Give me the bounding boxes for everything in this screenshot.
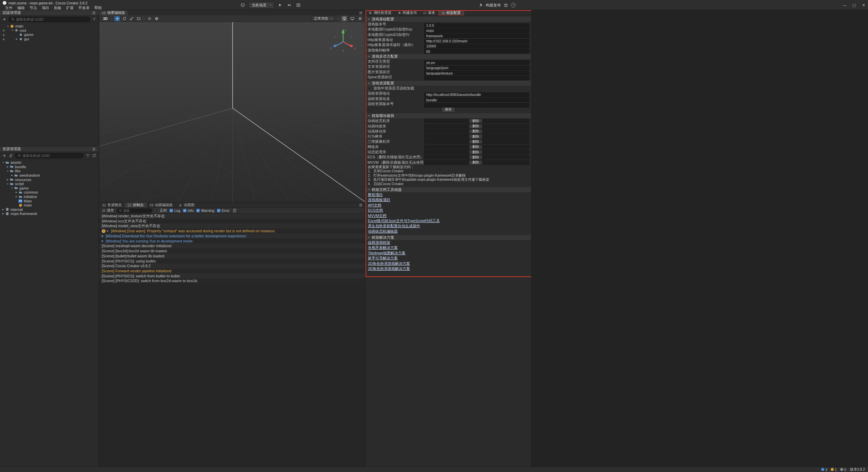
tree-row-seedrandom[interactable]: ▶seedrandom <box>0 173 99 178</box>
expand-icon[interactable]: ▶ <box>107 230 110 232</box>
doc-link-Excel格式转Json文件与TypeScript代码工具[interactable]: Excel格式转Json文件与TypeScript代码工具 <box>368 218 440 223</box>
tab-框架配置[interactable]: 框架配置 <box>438 10 464 15</box>
log-entry[interactable]: [Window] render_texture文件夹不存在 <box>99 214 365 219</box>
assets-search-input[interactable] <box>22 154 81 158</box>
arrow-down-icon[interactable]: ▼ <box>11 29 14 32</box>
log-entry[interactable]: [Scene] Forward render pipeline initiali… <box>99 269 365 274</box>
doc-link-API文档[interactable]: API文档 <box>368 203 381 208</box>
tree-row-oops-framework[interactable]: ▶oops-framework <box>0 212 99 216</box>
info-count[interactable]: 3 <box>821 468 827 472</box>
delete-button[interactable]: 删除 <box>469 150 482 154</box>
menu-item-开发者[interactable]: 开发者 <box>76 5 92 10</box>
delete-button[interactable]: 删除 <box>469 124 482 129</box>
tree-row-internal[interactable]: ▶internal <box>0 208 99 212</box>
mode-3d-button[interactable]: 3D <box>101 17 109 21</box>
section-header-游戏资源配置[interactable]: ▼游戏资源配置 <box>366 81 531 86</box>
console-search-input[interactable] <box>123 209 147 213</box>
warning-count[interactable]: 1 <box>831 468 837 472</box>
axis-gizmo-icon[interactable]: Y X Z <box>330 27 357 54</box>
delete-button[interactable]: 删除 <box>469 139 482 144</box>
panel-menu-icon[interactable] <box>92 147 96 152</box>
checkbox-Error[interactable]: ✓ <box>217 209 220 212</box>
arrow-right-icon[interactable]: ▶ <box>1 208 5 211</box>
arrow-right-icon[interactable]: ▶ <box>6 165 9 168</box>
arrow-down-icon[interactable]: ▼ <box>6 25 10 27</box>
hierarchy-search[interactable] <box>8 17 90 22</box>
filter-Log[interactable]: ✓Log <box>170 209 180 213</box>
console-search[interactable] <box>117 209 152 213</box>
doc-link-战棋游戏框架[interactable]: 战棋游戏框架 <box>368 240 390 245</box>
delete-button[interactable]: 删除 <box>469 145 482 149</box>
tab-服务[interactable]: 服务 <box>420 10 438 15</box>
log-entry[interactable]: [Scene] [bullet]:bullet wasm lib loaded. <box>99 254 365 259</box>
tree-row-libs[interactable]: ▼libs <box>0 169 99 173</box>
menu-item-扩展[interactable]: 扩展 <box>64 5 76 10</box>
scene-select-dropdown[interactable]: 当前场景 ∨ <box>249 2 274 8</box>
scene-settings-button[interactable] <box>357 16 363 21</box>
doc-link-教程项目[interactable]: 教程项目 <box>368 192 383 197</box>
expand-icon[interactable]: ▶ <box>102 240 104 242</box>
help-icon[interactable]: ? <box>511 3 516 7</box>
tab-属性检查器[interactable]: 属性检查器 <box>366 10 395 15</box>
doc-link-Tiledmap地图解决方案[interactable]: Tiledmap地图解决方案 <box>368 251 406 256</box>
regex-checkbox[interactable] <box>155 209 158 212</box>
error-count[interactable]: 0 <box>840 468 846 472</box>
arrow-down-icon[interactable]: ▼ <box>10 187 14 189</box>
section-header-框架文档工具链接[interactable]: ▼框架文档工具链接 <box>366 187 531 192</box>
tree-row-root[interactable]: ▼root <box>0 28 99 33</box>
panel-menu-icon[interactable] <box>358 11 363 15</box>
arrow-right-icon[interactable]: ▶ <box>10 174 14 177</box>
delete-button[interactable]: 删除 <box>469 134 482 139</box>
panel-menu-icon[interactable] <box>358 203 363 208</box>
log-entry[interactable]: [Window] ecs文件夹不存在 <box>99 219 365 224</box>
doc-link-新手引导解决方案[interactable]: 新手引导解决方案 <box>368 256 398 261</box>
section-header-游戏多语言配置[interactable]: ▼游戏多语言配置 <box>366 54 531 59</box>
rotate-tool-button[interactable] <box>121 16 127 21</box>
doc-link-MVVM文档[interactable]: MVVM文档 <box>368 213 387 218</box>
delete-button[interactable]: 删除 <box>469 160 482 165</box>
log-entry[interactable]: [Scene] meshopt wasm decoder initialized <box>99 243 365 249</box>
delete-button[interactable]: 删除 <box>469 155 482 159</box>
tab-构建发布[interactable]: 构建发布 <box>395 10 420 15</box>
tab-动画编辑器[interactable]: 动画编辑器 <box>147 202 176 208</box>
maximize-button[interactable]: ▢ <box>852 3 856 7</box>
step-button[interactable] <box>286 2 293 8</box>
tab-控制台[interactable]: 控制台 <box>125 202 147 208</box>
log-entry[interactable]: [Window] model_view文件夹不存在 <box>99 223 365 229</box>
filter-Info[interactable]: ✓Info <box>183 209 194 213</box>
menu-item-帮助[interactable]: 帮助 <box>92 5 104 10</box>
doc-link-全栈开发解决方案[interactable]: 全栈开发解决方案 <box>368 245 398 250</box>
tree-row-gui[interactable]: ▶gui <box>0 37 99 41</box>
arrow-down-icon[interactable]: ▼ <box>1 161 5 164</box>
doc-link-游戏模板项目[interactable]: 游戏模板项目 <box>368 197 390 202</box>
log-entry[interactable]: [Scene] Cocos Creator v3.8.2 <box>99 263 365 269</box>
property-input-Spine资源路径[interactable] <box>424 76 529 80</box>
doc-link-动画状态机编辑器[interactable]: 动画状态机编辑器 <box>368 229 398 234</box>
delete-button[interactable]: 删除 <box>469 119 482 123</box>
filter-icon[interactable] <box>92 17 97 22</box>
close-button[interactable]: ✕ <box>861 3 866 7</box>
section-header-游戏基础配置[interactable]: ▼游戏基础配置 <box>366 17 531 22</box>
refresh-assets-button[interactable] <box>92 153 97 158</box>
sort-assets-icon[interactable] <box>8 153 13 158</box>
rect-tool-button[interactable] <box>136 16 141 21</box>
clear-console-button[interactable]: 清空 <box>102 208 114 213</box>
play-button[interactable] <box>277 2 283 8</box>
tree-row-resources[interactable]: ▶resources <box>0 177 99 182</box>
lock-icon[interactable] <box>1 37 6 41</box>
checkbox-Log[interactable]: ✓ <box>170 209 173 212</box>
menu-item-面板[interactable]: 面板 <box>52 5 64 10</box>
tree-row-initialize[interactable]: ▶initialize <box>0 195 99 199</box>
tree-row-common[interactable]: ▶common <box>0 190 99 195</box>
doc-link-ECS文档[interactable]: ECS文档 <box>368 208 383 213</box>
section-header-框架解决方案[interactable]: ▼框架解决方案 <box>366 235 531 240</box>
menu-item-节点[interactable]: 节点 <box>27 5 39 10</box>
tree-row-main[interactable]: ▼main <box>0 24 99 28</box>
minimize-button[interactable]: — <box>842 3 847 7</box>
hierarchy-search-input[interactable] <box>16 17 87 21</box>
log-entry[interactable]: [Scene] [PHYSICS2D]: switch from box2d-w… <box>99 278 365 283</box>
arrow-right-icon[interactable]: ▶ <box>15 191 18 194</box>
menu-item-编辑[interactable]: 编辑 <box>15 5 27 10</box>
tree-row-script[interactable]: ▼script <box>0 182 99 186</box>
lock-icon[interactable] <box>1 29 6 32</box>
